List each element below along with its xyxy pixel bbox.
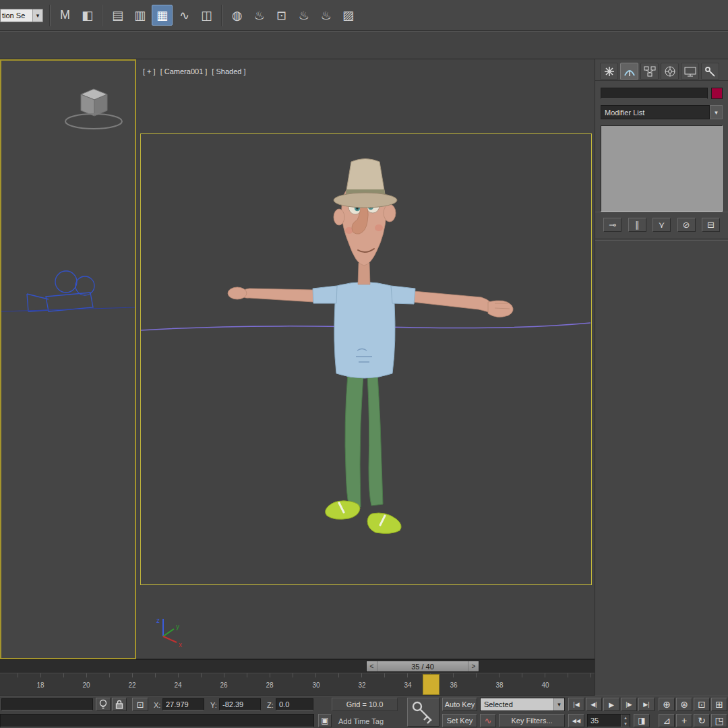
chevron-down-icon[interactable]: ▾ — [553, 698, 564, 710]
status-panel-toggle-icon[interactable]: ▣ — [318, 714, 332, 727]
ribbon-toggle-icon[interactable]: ▦ — [152, 5, 173, 26]
status-bar: ⊡ X: 27.979 Y: -82.39 Z: 0.0 Grid = 10.0… — [0, 696, 728, 728]
current-frame-marker[interactable] — [423, 674, 439, 695]
align-icon[interactable]: ◧ — [77, 5, 98, 26]
curve-editor-icon[interactable]: ∿ — [174, 5, 195, 26]
viewport-menu-shading[interactable]: [ Shaded ] — [212, 67, 245, 75]
render-setup-icon[interactable]: ♨ — [249, 5, 270, 26]
previous-frame-icon[interactable]: ◀| — [586, 698, 602, 711]
selection-lock-icon[interactable] — [112, 698, 127, 711]
auto-key-button[interactable]: Auto Key — [442, 698, 477, 711]
selection-filter-dropdown[interactable]: Selected ▾ — [480, 698, 565, 711]
set-key-button[interactable]: Set Key — [442, 714, 477, 727]
set-keys-button[interactable] — [407, 698, 439, 727]
zoom-extents-all-icon[interactable]: ⊞ — [711, 698, 727, 711]
left-hand — [228, 287, 247, 299]
render-iterative-icon[interactable]: ♨ — [315, 5, 336, 26]
track-tick: 22 — [123, 681, 141, 689]
maxscript-mini-listener[interactable] — [1, 698, 93, 710]
new-key-default-in-out-icon[interactable]: ∿ — [480, 714, 496, 727]
make-unique-icon[interactable]: ⋎ — [653, 218, 671, 232]
chevron-down-icon[interactable]: ▾ — [32, 9, 42, 22]
create-icon — [603, 65, 616, 78]
zoom-icon[interactable]: ⊕ — [659, 698, 675, 711]
z-coord-field[interactable]: 0.0 — [276, 698, 313, 710]
track-tick: 32 — [353, 681, 371, 689]
character-model[interactable] — [228, 159, 513, 534]
next-frame-icon[interactable]: |▶ — [621, 698, 637, 711]
mirror-icon[interactable]: M — [55, 5, 75, 26]
tab-motion[interactable] — [661, 63, 679, 80]
3dsmax-window: tion Se ▾ M ◧ ▤ ▥ ▦ ∿ ◫ ◍ ♨ ⊡ ♨ ♨ ▨ — [0, 0, 728, 728]
isolate-selection-icon[interactable] — [96, 698, 111, 711]
zoom-extents-icon[interactable]: ⊡ — [694, 698, 710, 711]
time-configuration-icon[interactable]: ◨ — [634, 714, 650, 727]
show-end-result-icon[interactable]: ∥ — [628, 218, 646, 232]
command-panel-tabs — [595, 59, 728, 81]
goto-start-icon[interactable]: |◀ — [568, 698, 584, 711]
pin-stack-icon[interactable]: ⊸ — [603, 218, 621, 232]
object-color-swatch[interactable] — [711, 88, 723, 99]
schematic-view-icon[interactable]: ◫ — [196, 5, 217, 26]
remove-modifier-icon[interactable]: ⊘ — [677, 218, 696, 232]
layer-explorer-icon[interactable]: ▥ — [129, 5, 150, 26]
field-of-view-icon[interactable]: ⊿ — [659, 714, 675, 727]
maximize-viewport-icon[interactable]: ◳ — [711, 714, 727, 727]
pan-icon[interactable]: + — [676, 714, 692, 727]
absolute-offset-toggle-icon[interactable]: ⊡ — [132, 698, 148, 711]
key-filters-button[interactable]: Key Filters... — [499, 714, 565, 727]
configure-modifier-sets-icon[interactable]: ⊟ — [702, 218, 720, 232]
render-production-icon[interactable]: ♨ — [293, 5, 314, 26]
y-coord-label: Y: — [210, 701, 217, 709]
left-leg — [345, 373, 363, 507]
time-slider-handle[interactable]: < 35 / 40 > — [366, 661, 479, 672]
spinner-up-icon[interactable]: ▴ — [621, 715, 630, 721]
z-coord-label: Z: — [267, 701, 274, 709]
camera-viewport[interactable]: [ + ] [ Camera001 ] [ Shaded ] — [136, 59, 595, 659]
spinner-down-icon[interactable]: ▾ — [621, 721, 630, 727]
time-slider-track[interactable]: < 35 / 40 > — [0, 659, 595, 673]
previous-frame-arrow-icon[interactable]: < — [367, 661, 377, 671]
x-coord-field[interactable]: 27.979 — [162, 698, 204, 710]
track-bar[interactable]: 18 20 22 24 26 28 30 32 34 36 38 40 — [0, 673, 595, 696]
chevron-down-icon[interactable]: ▾ — [710, 105, 723, 119]
key-mode-toggle-icon[interactable]: ◀◀ — [568, 714, 584, 727]
named-selection-sets-dropdown[interactable]: tion Se ▾ — [0, 9, 43, 22]
bulb-icon — [97, 698, 109, 710]
goto-end-icon[interactable]: ▶| — [638, 698, 655, 711]
modifier-stack-list[interactable] — [601, 125, 723, 212]
track-tick: 18 — [32, 681, 49, 689]
viewport-menu-general[interactable]: [ + ] — [143, 67, 156, 75]
track-tick: 26 — [215, 681, 233, 689]
shirt — [334, 282, 395, 379]
orbit-icon[interactable]: ↻ — [694, 714, 710, 727]
toolbar-separator — [102, 5, 103, 26]
tab-utilities[interactable] — [701, 63, 719, 80]
object-name-field[interactable] — [601, 88, 708, 99]
scene-explorer-icon[interactable]: ▤ — [107, 5, 128, 26]
motion-icon — [663, 65, 677, 78]
right-ear — [384, 204, 396, 222]
next-frame-arrow-icon[interactable]: > — [468, 661, 479, 671]
open-gallery-icon[interactable]: ▨ — [338, 5, 359, 26]
add-time-tag[interactable]: Add Time Tag — [338, 717, 384, 725]
rendered-frame-window-icon[interactable]: ⊡ — [271, 5, 292, 26]
camera-object[interactable] — [1, 271, 135, 311]
material-editor-icon[interactable]: ◍ — [226, 5, 247, 26]
tab-create[interactable] — [600, 63, 618, 80]
frame-spinner[interactable]: ▴ ▾ — [621, 715, 630, 727]
zoom-all-icon[interactable]: ⊛ — [676, 698, 692, 711]
tab-display[interactable] — [681, 63, 699, 80]
track-tick: 24 — [169, 681, 187, 689]
modifier-stack-toolbar: ⊸ ∥ ⋎ ⊘ ⊟ — [595, 212, 728, 239]
left-viewport[interactable] — [0, 59, 136, 659]
hierarchy-icon — [643, 65, 657, 78]
modifier-list-dropdown[interactable]: Modifier List ▾ — [601, 105, 723, 119]
y-coord-field[interactable]: -82.39 — [219, 698, 261, 710]
viewport-menu-pov[interactable]: [ Camera001 ] — [160, 67, 208, 75]
tab-modify[interactable] — [620, 63, 638, 80]
scene-box-object[interactable] — [65, 89, 122, 129]
tab-hierarchy[interactable] — [640, 63, 659, 80]
current-frame-field[interactable]: 35 ▴ ▾ — [587, 714, 630, 727]
play-icon[interactable]: ▶ — [603, 698, 619, 711]
